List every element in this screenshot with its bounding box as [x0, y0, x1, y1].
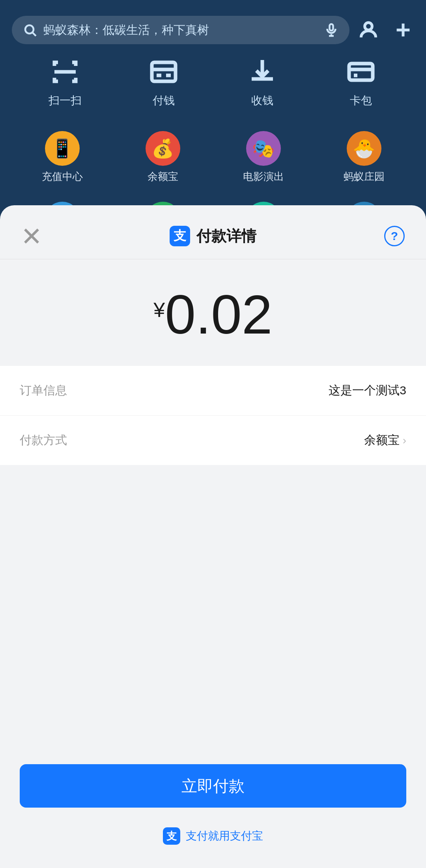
- pay-button-label: 立即付款: [181, 775, 245, 797]
- order-value: 这是一个测试3: [329, 382, 406, 399]
- svg-point-0: [25, 25, 34, 34]
- mic-icon[interactable]: [324, 23, 338, 37]
- info-section: 订单信息 这是一个测试3 付款方式 余额宝 ›: [0, 366, 426, 465]
- receive-icon: [248, 58, 277, 86]
- quick-actions-row: 扫一扫 付钱 收钱: [0, 44, 426, 116]
- amount-section: ¥ 0.02: [0, 259, 426, 366]
- app-background: 蚂蚁森林：低碳生活，种下真树 扫一扫: [0, 0, 426, 213]
- pay-button-wrap: 立即付款: [0, 748, 426, 819]
- recharge-icon: 📱: [45, 131, 80, 166]
- movie-icon: 🎭: [246, 131, 281, 166]
- quick-item-pay[interactable]: 付钱: [128, 56, 199, 108]
- pay-now-button[interactable]: 立即付款: [20, 764, 406, 808]
- method-label: 付款方式: [20, 432, 67, 448]
- recharge-label: 充值中心: [42, 170, 83, 184]
- search-actions: [357, 19, 414, 41]
- close-icon: [22, 226, 41, 246]
- profile-icon[interactable]: [357, 19, 379, 41]
- search-bar: 蚂蚁森林：低碳生活，种下真树: [12, 0, 414, 44]
- order-label: 订单信息: [20, 382, 67, 399]
- svg-rect-13: [349, 64, 373, 80]
- currency-symbol: ¥: [153, 298, 165, 322]
- chevron-right-icon: ›: [403, 434, 406, 447]
- method-value: 余额宝 ›: [364, 432, 406, 448]
- footer-text: 支付就用支付宝: [186, 829, 263, 844]
- sheet-header: 支 付款详情 ?: [0, 205, 426, 259]
- search-icon: [23, 23, 37, 37]
- help-icon: ?: [384, 226, 405, 246]
- yuebao-label: 余额宝: [148, 170, 178, 184]
- farm-icon: 🐣: [347, 131, 381, 166]
- card-icon-box: [345, 56, 377, 88]
- yuebao-icon: 💰: [146, 131, 180, 166]
- quick-item-receive[interactable]: 收钱: [227, 56, 298, 108]
- pay-label: 付钱: [153, 93, 175, 108]
- amount-value: 0.02: [165, 287, 272, 342]
- add-icon[interactable]: [392, 19, 414, 41]
- scan-icon-box: [49, 56, 81, 88]
- card-icon: [347, 58, 375, 86]
- receive-icon-box: [247, 56, 278, 88]
- receive-label: 收钱: [251, 93, 273, 108]
- pay-icon-box: [148, 56, 179, 88]
- scan-label: 扫一扫: [49, 93, 82, 108]
- service-item-movie[interactable]: 🎭 电影演出: [213, 124, 314, 191]
- movie-label: 电影演出: [243, 170, 284, 184]
- search-text: 蚂蚁森林：低碳生活，种下真树: [43, 22, 318, 38]
- scan-icon: [51, 58, 79, 86]
- service-item-recharge[interactable]: 📱 充值中心: [12, 124, 112, 191]
- sheet-footer: 支 支付就用支付宝: [0, 819, 426, 868]
- card-label: 卡包: [350, 93, 372, 108]
- payment-method-row[interactable]: 付款方式 余额宝 ›: [0, 416, 426, 465]
- sheet-title: 付款详情: [196, 226, 256, 246]
- payment-sheet: 支 付款详情 ? ¥ 0.02 订单信息 这是一个测试3 付款方式 余额宝 ›: [0, 205, 426, 868]
- service-item-farm[interactable]: 🐣 蚂蚁庄园: [314, 124, 414, 191]
- svg-line-1: [33, 33, 36, 36]
- help-button[interactable]: ?: [383, 224, 406, 248]
- quick-item-scan[interactable]: 扫一扫: [30, 56, 101, 108]
- svg-rect-2: [330, 24, 333, 31]
- search-input-wrap[interactable]: 蚂蚁森林：低碳生活，种下真树: [12, 16, 349, 44]
- quick-item-card[interactable]: 卡包: [325, 56, 396, 108]
- pay-icon: [149, 58, 178, 86]
- alipay-logo: 支: [170, 226, 190, 246]
- farm-label: 蚂蚁庄园: [344, 170, 385, 184]
- sheet-title-wrap: 支 付款详情: [170, 226, 256, 246]
- svg-point-5: [365, 22, 372, 30]
- flex-spacer: [0, 465, 426, 748]
- order-info-row: 订单信息 这是一个测试3: [0, 366, 426, 416]
- svg-rect-8: [152, 62, 176, 81]
- footer-alipay-logo: 支: [163, 827, 180, 845]
- close-button[interactable]: [20, 224, 43, 248]
- service-item-yuebao[interactable]: 💰 余额宝: [112, 124, 213, 191]
